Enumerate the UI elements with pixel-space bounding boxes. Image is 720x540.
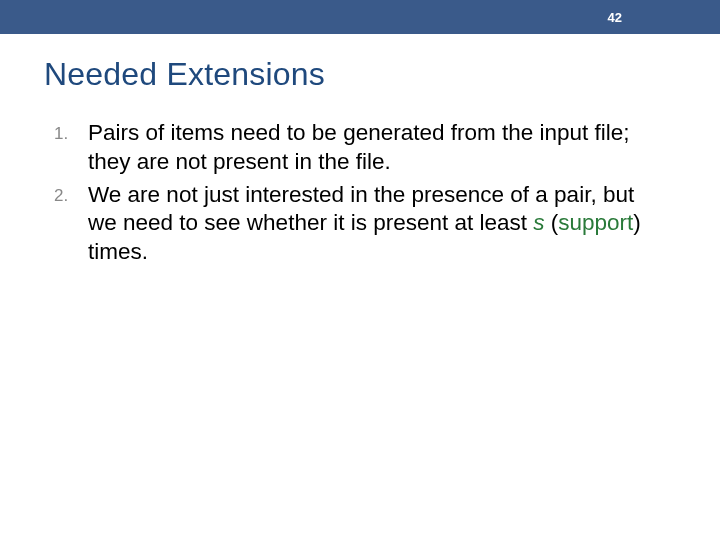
variable-s: s [533, 210, 544, 235]
support-term: support [558, 210, 633, 235]
header-bar: 42 [0, 0, 720, 34]
list-item: 1. Pairs of items need to be generated f… [48, 119, 660, 177]
text-mid: ( [545, 210, 559, 235]
slide-title: Needed Extensions [0, 34, 720, 93]
list-marker: 2. [48, 181, 88, 207]
list-text: We are not just interested in the presen… [88, 181, 660, 267]
list-text: Pairs of items need to be generated from… [88, 119, 660, 177]
list-item: 2. We are not just interested in the pre… [48, 181, 660, 267]
list-marker: 1. [48, 119, 88, 145]
page-number: 42 [608, 10, 622, 25]
numbered-list: 1. Pairs of items need to be generated f… [0, 93, 720, 267]
